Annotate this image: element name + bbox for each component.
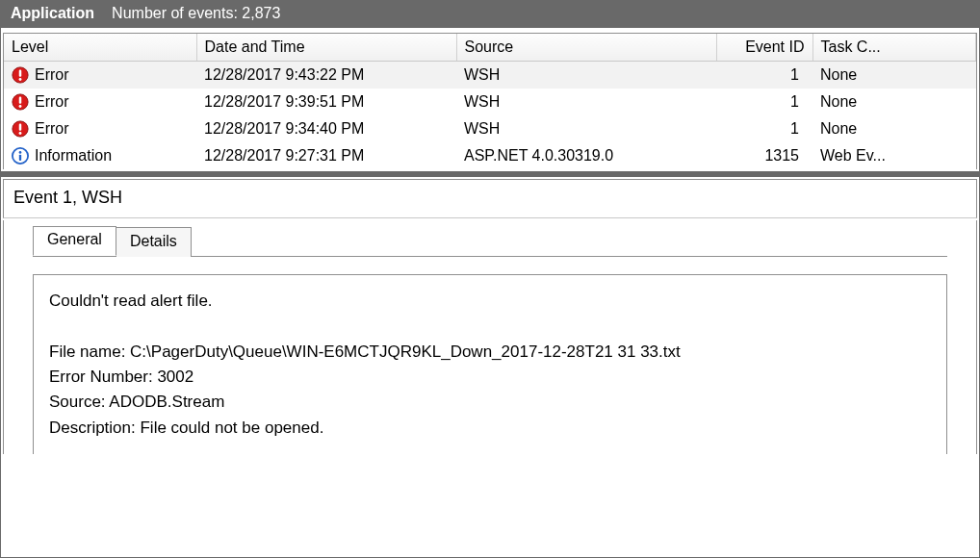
col-datetime[interactable]: Date and Time (196, 34, 456, 62)
svg-rect-1 (19, 70, 22, 77)
svg-point-2 (19, 78, 22, 81)
table-row[interactable]: Error12/28/2017 9:39:51 PMWSH1None (4, 89, 976, 115)
cell-event-id: 1 (716, 62, 812, 89)
event-count: Number of events: 2,873 (112, 5, 280, 22)
cell-source: WSH (456, 115, 716, 142)
cell-level: Error (35, 93, 69, 111)
svg-rect-4 (19, 97, 22, 104)
cell-level: Information (35, 147, 112, 165)
cell-event-id: 1 (716, 89, 812, 115)
cell-datetime: 12/28/2017 9:34:40 PM (196, 115, 456, 142)
cell-datetime: 12/28/2017 9:43:22 PM (196, 62, 456, 89)
svg-point-5 (19, 105, 22, 108)
title-bar: Application Number of events: 2,873 (1, 1, 979, 28)
svg-rect-11 (19, 155, 21, 161)
cell-event-id: 1 (716, 115, 812, 142)
tab-details[interactable]: Details (116, 227, 192, 257)
splitter[interactable] (1, 171, 979, 177)
cell-datetime: 12/28/2017 9:39:51 PM (196, 89, 456, 115)
cell-level: Error (35, 120, 69, 138)
cell-source: WSH (456, 62, 716, 89)
detail-tabs: General Details (3, 220, 977, 256)
error-icon (12, 120, 29, 138)
col-task[interactable]: Task C... (812, 34, 976, 62)
cell-task: Web Ev... (812, 142, 976, 169)
table-row[interactable]: Error12/28/2017 9:43:22 PMWSH1None (4, 62, 976, 89)
cell-source: WSH (456, 89, 716, 115)
cell-source: ASP.NET 4.0.30319.0 (456, 142, 716, 169)
table-row[interactable]: Error12/28/2017 9:34:40 PMWSH1None (4, 115, 976, 142)
col-level[interactable]: Level (4, 34, 196, 62)
tab-general[interactable]: General (33, 226, 116, 256)
svg-point-8 (19, 132, 22, 135)
cell-level: Error (35, 66, 69, 84)
cell-datetime: 12/28/2017 9:27:31 PM (196, 142, 456, 169)
event-message[interactable]: Couldn't read alert file. File name: C:\… (33, 274, 947, 454)
error-icon (12, 93, 29, 111)
table-row[interactable]: Information12/28/2017 9:27:31 PMASP.NET … (4, 142, 976, 169)
error-icon (12, 66, 29, 84)
column-header-row[interactable]: Level Date and Time Source Event ID Task… (4, 34, 976, 62)
cell-task: None (812, 89, 976, 115)
cell-task: None (812, 115, 976, 142)
cell-task: None (812, 62, 976, 89)
svg-rect-7 (19, 124, 22, 131)
svg-point-10 (19, 151, 22, 154)
col-event-id[interactable]: Event ID (716, 34, 812, 62)
log-name: Application (11, 5, 94, 22)
info-icon (12, 147, 29, 165)
col-source[interactable]: Source (456, 34, 716, 62)
events-table[interactable]: Level Date and Time Source Event ID Task… (4, 34, 976, 169)
detail-title: Event 1, WSH (3, 179, 977, 218)
cell-event-id: 1315 (716, 142, 812, 169)
